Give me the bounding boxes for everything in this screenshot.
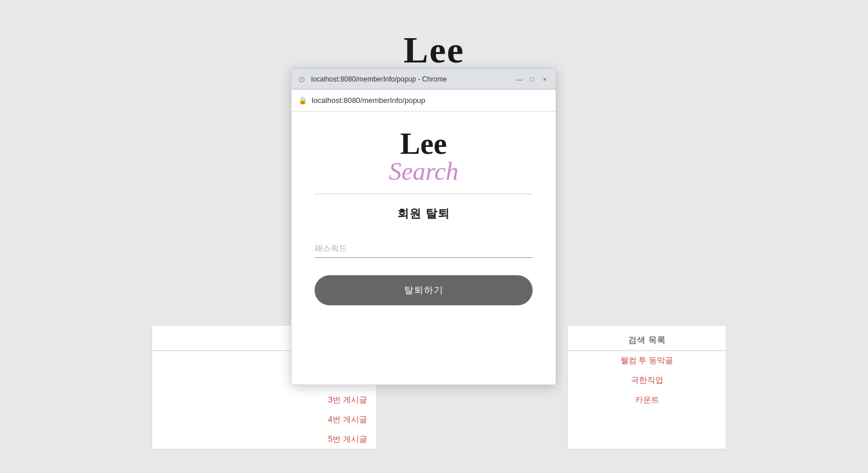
list-item[interactable]: 5번 게시글 (152, 430, 376, 449)
lock-icon: 🔒 (298, 97, 307, 105)
submit-button[interactable]: 탈퇴하기 (315, 275, 533, 305)
chrome-window: ⊙ localhost:8080/memberInfo/popup - Chro… (291, 68, 556, 385)
tab-title: localhost:8080/memberInfo/popup - Chrome (311, 75, 515, 83)
right-panel-title: 검색 목록 (568, 326, 726, 351)
minimize-button[interactable]: — (515, 75, 523, 83)
popup-content: Lee Search 회원 탈퇴 탈퇴하기 (291, 112, 556, 385)
window-controls: — □ × (515, 75, 549, 83)
list-item[interactable]: 웰컴 투 동막골 (568, 351, 726, 371)
list-item[interactable]: 4번 게시글 (152, 410, 376, 430)
password-field-container (315, 239, 533, 258)
right-panel: 검색 목록 웰컴 투 동막골 극한직업 카운트 (567, 325, 726, 449)
background-title: Lee (0, 29, 868, 72)
url-display[interactable]: localhost:8080/memberInfo/popup (312, 96, 549, 105)
popup-logo-search: Search (389, 159, 459, 184)
close-button[interactable]: × (541, 75, 549, 83)
list-item[interactable]: 카운트 (568, 390, 726, 410)
maximize-button[interactable]: □ (528, 75, 536, 83)
popup-divider (315, 194, 533, 194)
password-input[interactable] (315, 239, 533, 258)
list-item[interactable]: 3번 게시글 (152, 390, 376, 410)
popup-logo-lee: Lee (400, 129, 447, 159)
favicon-icon: ⊙ (298, 75, 308, 84)
address-bar: 🔒 localhost:8080/memberInfo/popup (291, 90, 556, 112)
popup-heading: 회원 탈퇴 (397, 206, 450, 221)
list-item[interactable]: 극한직업 (568, 371, 726, 390)
chrome-titlebar: ⊙ localhost:8080/memberInfo/popup - Chro… (291, 69, 556, 90)
